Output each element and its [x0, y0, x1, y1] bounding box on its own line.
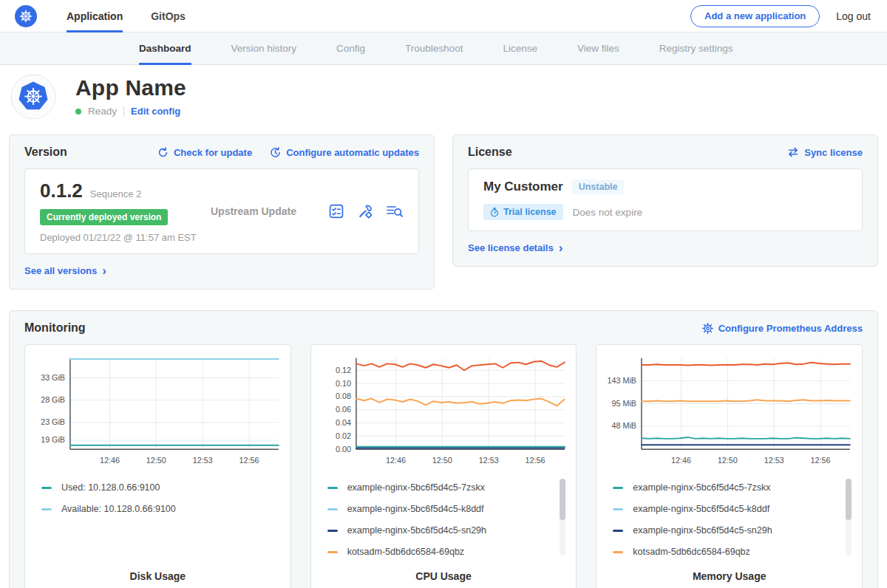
disk-usage-legend: Used: 10.128.0.66:9100Available: 10.128.…	[41, 477, 280, 564]
legend-swatch-icon	[613, 487, 623, 489]
legend-scrollbar	[560, 479, 565, 555]
legend-item: example-nginx-5bc6f5d4c5-7zskx	[613, 477, 852, 499]
sync-license-link[interactable]: Sync license	[787, 147, 863, 158]
svg-text:95 MiB: 95 MiB	[612, 399, 636, 408]
sync-arrows-icon	[787, 147, 799, 157]
stopwatch-icon	[490, 208, 499, 217]
license-expiry-text: Does not expire	[573, 207, 643, 218]
svg-text:12:50: 12:50	[432, 456, 452, 465]
tab-config[interactable]: Config	[336, 33, 365, 65]
cpu-usage-legend: example-nginx-5bc6f5d4c5-7zskxexample-ng…	[327, 477, 566, 564]
svg-text:12:56: 12:56	[811, 456, 831, 465]
legend-label: kotsadm-5db6dc6584-69qbz	[633, 547, 750, 557]
svg-text:12:46: 12:46	[671, 456, 691, 465]
divider	[123, 106, 124, 117]
legend-label: Available: 10.128.0.66:9100	[61, 504, 176, 514]
version-sequence: Sequence 2	[90, 188, 141, 199]
svg-text:0.02: 0.02	[336, 431, 351, 440]
svg-text:0.04: 0.04	[336, 418, 351, 427]
view-logs-icon[interactable]	[386, 204, 404, 219]
legend-swatch-icon	[613, 508, 623, 510]
license-card: License Sync license My Customer Unstabl…	[452, 134, 878, 267]
check-for-update-link[interactable]: Check for update	[157, 147, 252, 158]
svg-text:12:53: 12:53	[193, 456, 213, 465]
legend-label: example-nginx-5bc6f5d4c5-7zskx	[633, 482, 770, 493]
legend-item: example-nginx-5bc6f5d4c5-7zskx	[327, 477, 566, 499]
configure-automatic-updates-link[interactable]: Configure automatic updates	[270, 147, 419, 158]
svg-text:12:56: 12:56	[239, 456, 259, 465]
svg-text:12:50: 12:50	[718, 456, 738, 465]
tab-dashboard[interactable]: Dashboard	[139, 33, 191, 65]
legend-swatch-icon	[327, 551, 338, 553]
svg-text:48 MiB: 48 MiB	[612, 421, 636, 430]
tab-license[interactable]: License	[503, 33, 537, 65]
legend-scrollbar-thumb[interactable]	[846, 479, 852, 520]
trial-license-badge: Trial license	[483, 204, 563, 220]
chevron-right-icon: ›	[559, 245, 563, 252]
gear-icon	[702, 323, 713, 334]
nav-item-gitops[interactable]: GitOps	[151, 0, 186, 33]
ready-status-dot-icon	[75, 109, 81, 114]
app-header: App Name Ready Edit config	[0, 65, 887, 134]
legend-swatch-icon	[613, 551, 623, 553]
legend-scrollbar	[846, 479, 852, 555]
tab-registry-settings[interactable]: Registry settings	[659, 33, 733, 65]
tab-view-files[interactable]: View files	[577, 33, 619, 65]
legend-item: example-nginx-5bc6f5d4c5-k8ddf	[327, 499, 566, 520]
app-status-text: Ready	[88, 106, 117, 117]
see-license-details-link[interactable]: See license details ›	[468, 242, 563, 253]
configure-prometheus-link[interactable]: Configure Prometheus Address	[702, 323, 863, 334]
legend-item: example-nginx-5bc6f5d4c5-sn29h	[613, 520, 852, 541]
nav-item-application[interactable]: Application	[67, 0, 123, 33]
tab-version-history[interactable]: Version history	[231, 33, 297, 65]
legend-swatch-icon	[327, 487, 338, 489]
legend-label: example-nginx-5bc6f5d4c5-sn29h	[347, 525, 486, 536]
update-type-label: Upstream Update	[206, 205, 328, 217]
preflight-checks-icon[interactable]	[328, 203, 344, 219]
legend-item: example-nginx-5bc6f5d4c5-sn29h	[327, 520, 566, 541]
svg-text:0.10: 0.10	[336, 379, 351, 388]
chart-title: CPU Usage	[319, 570, 569, 582]
memory-usage-chart: 48 MiB95 MiB143 MiB12:4612:5012:5312:56	[604, 352, 854, 468]
legend-label: example-nginx-5bc6f5d4c5-sn29h	[633, 525, 772, 536]
svg-text:143 MiB: 143 MiB	[608, 376, 636, 385]
see-all-versions-link[interactable]: See all versions ›	[24, 265, 106, 276]
app-kubernetes-icon	[10, 74, 56, 120]
version-card: Version Check for update	[9, 134, 435, 290]
svg-text:12:46: 12:46	[386, 456, 406, 465]
license-details-box: My Customer Unstable Trial license Does …	[468, 168, 863, 231]
svg-text:0.08: 0.08	[336, 392, 351, 400]
logout-button[interactable]: Log out	[836, 10, 871, 22]
legend-scrollbar-thumb[interactable]	[560, 479, 565, 520]
chart-title: Memory Usage	[604, 570, 854, 582]
refresh-icon	[157, 147, 169, 158]
legend-label: example-nginx-5bc6f5d4c5-k8ddf	[347, 504, 484, 514]
svg-text:12:53: 12:53	[478, 456, 498, 465]
tab-troubleshoot[interactable]: Troubleshoot	[405, 33, 463, 65]
legend-swatch-icon	[41, 508, 52, 510]
cpu-usage-panel: 0.000.020.040.060.080.100.1212:4612:5012…	[310, 344, 577, 588]
app-tab-bar: Dashboard Version history Config Trouble…	[0, 33, 887, 65]
version-number: 0.1.2	[40, 180, 83, 202]
monitoring-title: Monitoring	[24, 321, 86, 335]
config-wrench-icon[interactable]	[357, 203, 373, 219]
legend-swatch-icon	[327, 508, 338, 510]
memory-usage-panel: 48 MiB95 MiB143 MiB12:4612:5012:5312:56 …	[596, 344, 863, 588]
svg-text:12:50: 12:50	[146, 456, 166, 465]
kubernetes-logo-icon[interactable]	[15, 5, 37, 27]
legend-item: Used: 10.128.0.66:9100	[41, 477, 280, 499]
memory-usage-legend: example-nginx-5bc6f5d4c5-7zskxexample-ng…	[613, 477, 852, 564]
add-application-button[interactable]: Add a new application	[690, 5, 820, 27]
svg-text:12:46: 12:46	[100, 456, 120, 465]
edit-config-link[interactable]: Edit config	[131, 106, 180, 117]
svg-text:12:56: 12:56	[525, 456, 545, 465]
legend-label: example-nginx-5bc6f5d4c5-7zskx	[347, 482, 485, 493]
svg-text:19 GiB: 19 GiB	[41, 435, 65, 444]
svg-text:23 GiB: 23 GiB	[41, 417, 65, 426]
chevron-right-icon: ›	[102, 267, 106, 275]
top-navbar: Application GitOps Add a new application…	[0, 0, 887, 33]
clock-refresh-icon	[270, 147, 281, 158]
legend-swatch-icon	[613, 530, 623, 532]
license-card-title: License	[468, 146, 512, 159]
legend-swatch-icon	[41, 487, 52, 489]
